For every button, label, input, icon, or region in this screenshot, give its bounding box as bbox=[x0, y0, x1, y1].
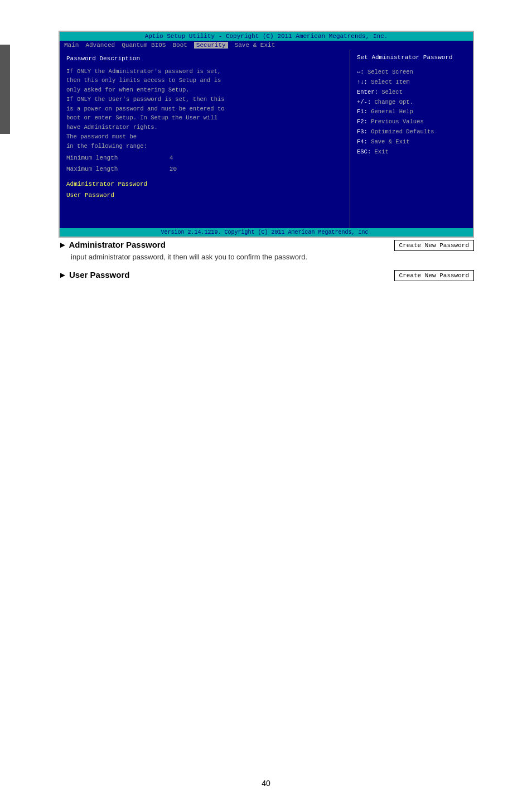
nav-item-6: F3: Optimized Defaults bbox=[357, 127, 466, 137]
desc-line-8: The password must be bbox=[66, 132, 343, 142]
nav-item-1: ↑↓: Select Item bbox=[357, 78, 466, 88]
admin-heading: ► Administrator Password bbox=[59, 240, 166, 249]
admin-password-box[interactable]: Create New Password bbox=[394, 240, 474, 251]
admin-password-link[interactable]: Administrator Password bbox=[66, 180, 343, 189]
bios-screen: Aptio Setup Utility - Copyright (C) 2011… bbox=[59, 31, 474, 238]
max-length-row: Maximum length 20 bbox=[66, 165, 343, 174]
max-value: 20 bbox=[170, 166, 177, 172]
menu-saveexit[interactable]: Save & Exit bbox=[235, 42, 275, 49]
nav-help: ↔: Select Screen ↑↓: Select Item Enter: … bbox=[357, 68, 466, 157]
nav-item-7: F4: Save & Exit bbox=[357, 137, 466, 147]
desc-line-4: If ONLY the User's password is set, then… bbox=[66, 95, 343, 104]
nav-item-4: F1: General Help bbox=[357, 107, 466, 117]
min-value: 4 bbox=[170, 155, 173, 161]
desc-line-6: boot or enter Setup. In Setup the User w… bbox=[66, 113, 343, 123]
nav-item-0: ↔: Select Screen bbox=[357, 68, 466, 78]
bios-left-panel: Password Description If ONLY the Adminis… bbox=[60, 50, 350, 228]
menu-quantumbios[interactable]: Quantum BIOS bbox=[122, 42, 166, 49]
side-tab bbox=[0, 45, 10, 134]
menu-security[interactable]: Security bbox=[194, 42, 228, 49]
min-label: Minimum length bbox=[66, 155, 118, 161]
admin-description: input administrator password, it then wi… bbox=[71, 253, 474, 261]
bios-footer: Version 2.14.1219. Copyright (C) 2011 Am… bbox=[60, 228, 473, 237]
bios-menubar: Main Advanced Quantum BIOS Boot Security… bbox=[60, 41, 473, 50]
max-label: Maximum length bbox=[66, 166, 118, 172]
page-number: 40 bbox=[262, 779, 270, 788]
nav-item-8: ESC: Exit bbox=[357, 147, 466, 157]
below-bios-section: ► Administrator Password Create New Pass… bbox=[59, 240, 474, 283]
help-title: Set Administrator Password bbox=[357, 54, 466, 61]
desc-line-9: in the following range: bbox=[66, 142, 343, 151]
bios-title: Aptio Setup Utility - Copyright (C) 2011… bbox=[60, 32, 473, 41]
user-password-box[interactable]: Create New Password bbox=[394, 270, 474, 281]
desc-line-1: If ONLY the Administrator's password is … bbox=[66, 67, 343, 76]
admin-password-section: ► Administrator Password Create New Pass… bbox=[59, 240, 474, 261]
user-password-link[interactable]: User Password bbox=[66, 191, 343, 200]
desc-line-5: is a power on password and must be enter… bbox=[66, 104, 343, 114]
min-length-row: Minimum length 4 bbox=[66, 153, 343, 163]
desc-line-3: only asked for when entering Setup. bbox=[66, 85, 343, 95]
user-heading: ► User Password bbox=[59, 270, 129, 279]
bios-content: Password Description If ONLY the Adminis… bbox=[60, 50, 473, 228]
desc-line-2: then this only limits access to Setup an… bbox=[66, 76, 343, 85]
nav-item-2: Enter: Select bbox=[357, 88, 466, 98]
menu-boot[interactable]: Boot bbox=[172, 42, 187, 49]
menu-advanced[interactable]: Advanced bbox=[85, 42, 115, 49]
nav-item-3: +/-: Change Opt. bbox=[357, 98, 466, 108]
desc-line-7: have Administrator rights. bbox=[66, 123, 343, 132]
menu-main[interactable]: Main bbox=[64, 42, 79, 49]
password-description-title: Password Description bbox=[66, 54, 343, 64]
nav-item-5: F2: Previous Values bbox=[357, 117, 466, 127]
bios-description: If ONLY the Administrator's password is … bbox=[66, 67, 343, 151]
user-password-section: ► User Password Create New Password bbox=[59, 270, 474, 283]
bios-right-panel: Set Administrator Password ↔: Select Scr… bbox=[350, 50, 473, 228]
